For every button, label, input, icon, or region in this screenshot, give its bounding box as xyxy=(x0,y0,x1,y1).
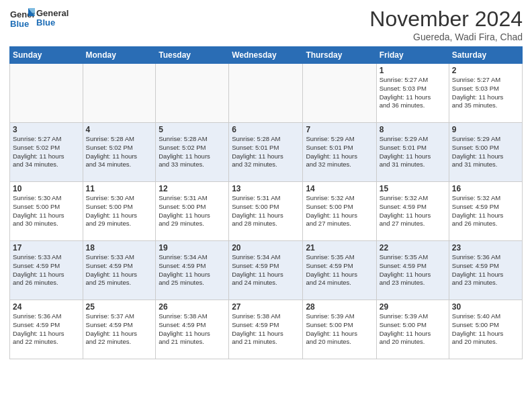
day-info: Sunrise: 5:29 AM Sunset: 5:01 PM Dayligh… xyxy=(306,135,373,169)
calendar-cell xyxy=(303,64,376,123)
day-info: Sunrise: 5:36 AM Sunset: 4:59 PM Dayligh… xyxy=(13,312,80,347)
day-number: 12 xyxy=(159,184,226,193)
calendar-cell: 24Sunrise: 5:36 AM Sunset: 4:59 PM Dayli… xyxy=(10,300,83,359)
day-info: Sunrise: 5:39 AM Sunset: 5:00 PM Dayligh… xyxy=(380,312,446,347)
calendar-cell: 14Sunrise: 5:32 AM Sunset: 5:00 PM Dayli… xyxy=(303,182,376,241)
calendar-cell: 2Sunrise: 5:27 AM Sunset: 5:03 PM Daylig… xyxy=(449,64,522,123)
day-info: Sunrise: 5:35 AM Sunset: 4:59 PM Dayligh… xyxy=(306,253,373,287)
calendar-week-row: 17Sunrise: 5:33 AM Sunset: 4:59 PM Dayli… xyxy=(10,241,523,300)
calendar-cell: 6Sunrise: 5:28 AM Sunset: 5:01 PM Daylig… xyxy=(229,123,303,182)
day-number: 20 xyxy=(232,243,300,253)
calendar-cell xyxy=(83,64,156,123)
calendar-cell: 28Sunrise: 5:39 AM Sunset: 5:00 PM Dayli… xyxy=(303,300,376,359)
calendar-cell: 7Sunrise: 5:29 AM Sunset: 5:01 PM Daylig… xyxy=(303,123,376,182)
day-number: 1 xyxy=(380,66,446,75)
calendar-cell: 15Sunrise: 5:32 AM Sunset: 4:59 PM Dayli… xyxy=(376,182,449,241)
calendar-week-row: 10Sunrise: 5:30 AM Sunset: 5:00 PM Dayli… xyxy=(10,182,523,241)
day-number: 19 xyxy=(159,243,226,253)
logo-general-text: General xyxy=(36,9,69,18)
day-number: 30 xyxy=(452,302,519,312)
calendar-cell: 21Sunrise: 5:35 AM Sunset: 4:59 PM Dayli… xyxy=(303,241,376,300)
day-info: Sunrise: 5:27 AM Sunset: 5:02 PM Dayligh… xyxy=(13,135,80,169)
day-info: Sunrise: 5:36 AM Sunset: 4:59 PM Dayligh… xyxy=(452,253,519,287)
calendar-cell: 13Sunrise: 5:31 AM Sunset: 5:00 PM Dayli… xyxy=(229,182,303,241)
weekday-header-wednesday: Wednesday xyxy=(229,47,303,64)
title-block: November 2024 Guereda, Wadi Fira, Chad xyxy=(369,7,523,42)
day-number: 16 xyxy=(452,184,519,193)
calendar-table: SundayMondayTuesdayWednesdayThursdayFrid… xyxy=(9,46,523,359)
calendar-cell: 22Sunrise: 5:35 AM Sunset: 4:59 PM Dayli… xyxy=(376,241,449,300)
day-number: 10 xyxy=(13,184,80,193)
day-number: 14 xyxy=(306,184,373,193)
svg-text:Blue: Blue xyxy=(10,19,29,29)
calendar-cell xyxy=(229,64,303,123)
day-number: 21 xyxy=(306,243,373,253)
logo-icon: General Blue xyxy=(9,7,35,30)
day-info: Sunrise: 5:30 AM Sunset: 5:00 PM Dayligh… xyxy=(13,194,80,228)
weekday-header-friday: Friday xyxy=(376,47,449,64)
day-info: Sunrise: 5:32 AM Sunset: 4:59 PM Dayligh… xyxy=(380,194,446,228)
day-info: Sunrise: 5:39 AM Sunset: 5:00 PM Dayligh… xyxy=(306,312,373,347)
weekday-header-thursday: Thursday xyxy=(303,47,376,64)
logo: General Blue General Blue xyxy=(9,7,69,30)
day-number: 27 xyxy=(232,302,300,312)
day-info: Sunrise: 5:38 AM Sunset: 4:59 PM Dayligh… xyxy=(232,312,300,347)
calendar-cell: 5Sunrise: 5:28 AM Sunset: 5:02 PM Daylig… xyxy=(156,123,229,182)
day-number: 8 xyxy=(380,125,446,134)
day-info: Sunrise: 5:28 AM Sunset: 5:02 PM Dayligh… xyxy=(159,135,226,169)
day-info: Sunrise: 5:27 AM Sunset: 5:03 PM Dayligh… xyxy=(380,76,446,110)
calendar-cell: 27Sunrise: 5:38 AM Sunset: 4:59 PM Dayli… xyxy=(229,300,303,359)
calendar-cell: 30Sunrise: 5:40 AM Sunset: 5:00 PM Dayli… xyxy=(449,300,522,359)
calendar-cell: 26Sunrise: 5:38 AM Sunset: 4:59 PM Dayli… xyxy=(156,300,229,359)
day-number: 3 xyxy=(13,125,80,134)
day-number: 13 xyxy=(232,184,300,193)
calendar-cell: 3Sunrise: 5:27 AM Sunset: 5:02 PM Daylig… xyxy=(10,123,83,182)
day-info: Sunrise: 5:27 AM Sunset: 5:03 PM Dayligh… xyxy=(452,76,519,110)
calendar-week-row: 24Sunrise: 5:36 AM Sunset: 4:59 PM Dayli… xyxy=(10,300,523,359)
day-info: Sunrise: 5:29 AM Sunset: 5:00 PM Dayligh… xyxy=(452,135,519,169)
day-number: 11 xyxy=(86,184,153,193)
page: General Blue General Blue November 2024 … xyxy=(0,0,532,411)
day-info: Sunrise: 5:29 AM Sunset: 5:01 PM Dayligh… xyxy=(380,135,446,169)
calendar-cell: 8Sunrise: 5:29 AM Sunset: 5:01 PM Daylig… xyxy=(376,123,449,182)
calendar-cell: 10Sunrise: 5:30 AM Sunset: 5:00 PM Dayli… xyxy=(10,182,83,241)
header: General Blue General Blue November 2024 … xyxy=(9,7,523,42)
calendar-cell xyxy=(156,64,229,123)
calendar-cell: 25Sunrise: 5:37 AM Sunset: 4:59 PM Dayli… xyxy=(83,300,156,359)
day-info: Sunrise: 5:31 AM Sunset: 5:00 PM Dayligh… xyxy=(232,194,300,228)
month-title: November 2024 xyxy=(369,7,523,32)
day-number: 5 xyxy=(159,125,226,134)
day-info: Sunrise: 5:30 AM Sunset: 5:00 PM Dayligh… xyxy=(86,194,153,228)
day-info: Sunrise: 5:28 AM Sunset: 5:01 PM Dayligh… xyxy=(232,135,300,169)
calendar-cell: 29Sunrise: 5:39 AM Sunset: 5:00 PM Dayli… xyxy=(376,300,449,359)
location: Guereda, Wadi Fira, Chad xyxy=(369,32,523,42)
day-info: Sunrise: 5:35 AM Sunset: 4:59 PM Dayligh… xyxy=(380,253,446,287)
calendar-cell: 23Sunrise: 5:36 AM Sunset: 4:59 PM Dayli… xyxy=(449,241,522,300)
day-number: 28 xyxy=(306,302,373,312)
day-info: Sunrise: 5:40 AM Sunset: 5:00 PM Dayligh… xyxy=(452,312,519,347)
day-number: 9 xyxy=(452,125,519,134)
day-number: 2 xyxy=(452,66,519,75)
day-number: 17 xyxy=(13,243,80,253)
day-number: 23 xyxy=(452,243,519,253)
calendar-cell: 9Sunrise: 5:29 AM Sunset: 5:00 PM Daylig… xyxy=(449,123,522,182)
calendar-cell: 1Sunrise: 5:27 AM Sunset: 5:03 PM Daylig… xyxy=(376,64,449,123)
calendar-cell: 12Sunrise: 5:31 AM Sunset: 5:00 PM Dayli… xyxy=(156,182,229,241)
day-number: 24 xyxy=(13,302,80,312)
calendar-week-row: 3Sunrise: 5:27 AM Sunset: 5:02 PM Daylig… xyxy=(10,123,523,182)
weekday-header-monday: Monday xyxy=(83,47,156,64)
calendar-cell: 20Sunrise: 5:34 AM Sunset: 4:59 PM Dayli… xyxy=(229,241,303,300)
weekday-header-saturday: Saturday xyxy=(449,47,522,64)
calendar-week-row: 1Sunrise: 5:27 AM Sunset: 5:03 PM Daylig… xyxy=(10,64,523,123)
weekday-header-row: SundayMondayTuesdayWednesdayThursdayFrid… xyxy=(10,47,523,64)
day-info: Sunrise: 5:37 AM Sunset: 4:59 PM Dayligh… xyxy=(86,312,153,347)
day-info: Sunrise: 5:33 AM Sunset: 4:59 PM Dayligh… xyxy=(86,253,153,287)
day-info: Sunrise: 5:33 AM Sunset: 4:59 PM Dayligh… xyxy=(13,253,80,287)
day-number: 4 xyxy=(86,125,153,134)
weekday-header-tuesday: Tuesday xyxy=(156,47,229,64)
day-number: 7 xyxy=(306,125,373,134)
day-number: 29 xyxy=(380,302,446,312)
logo-blue-text: Blue xyxy=(36,18,69,28)
calendar-cell xyxy=(10,64,83,123)
day-info: Sunrise: 5:32 AM Sunset: 4:59 PM Dayligh… xyxy=(452,194,519,228)
